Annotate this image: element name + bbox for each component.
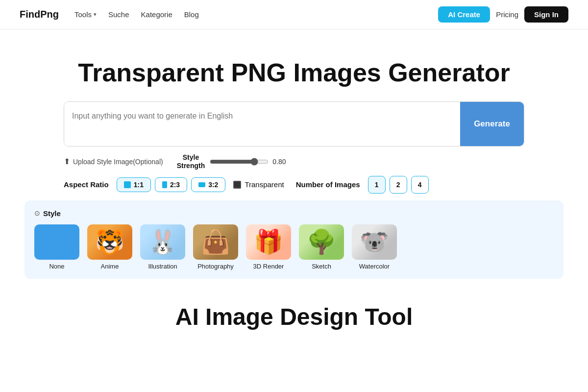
nav-suche[interactable]: Suche (108, 10, 129, 19)
style-panel-title: Style (43, 209, 61, 218)
nav-blog[interactable]: Blog (184, 10, 199, 19)
nav-links: Tools ▾ Suche Kategorie Blog (74, 10, 199, 19)
slider-container: 0.80 (210, 158, 286, 166)
style-item-3d-render[interactable]: 🎁 3D Render (246, 224, 291, 270)
style-watercolor-label: Watercolor (359, 263, 390, 270)
upload-style-button[interactable]: ⬆ Upload Style Image(Optional) (64, 157, 163, 166)
style-3d-render-image: 🎁 (246, 224, 291, 260)
transparent-checkbox (233, 181, 241, 189)
square-icon (124, 181, 131, 188)
style-3d-render-label: 3D Render (253, 263, 284, 270)
style-sketch-label: Sketch (312, 263, 331, 270)
style-anime-image: 🐯 (87, 224, 132, 260)
style-item-illustration[interactable]: 🐰 Illustration (140, 224, 185, 270)
hero-section: Transparent PNG Images Generator (0, 29, 588, 101)
style-item-photography[interactable]: 👜 Photography (193, 224, 238, 270)
style-panel-header: ⊙ Style (34, 209, 554, 218)
style-icon: ⊙ (34, 209, 40, 217)
style-strength-control: StyleStrength 0.80 (177, 153, 286, 170)
ai-design-section: AI Image Design Tool (0, 279, 588, 340)
aspect-2-3-button[interactable]: 2:3 (155, 177, 187, 192)
controls-row: ⬆ Upload Style Image(Optional) StyleStre… (44, 153, 544, 170)
style-item-none[interactable]: None (34, 224, 79, 270)
ai-design-title: AI Image Design Tool (20, 303, 568, 330)
aspect-3-2-button[interactable]: 3:2 (191, 177, 225, 192)
style-item-sketch[interactable]: 🌳 Sketch (299, 224, 344, 270)
nav-tools[interactable]: Tools ▾ (74, 10, 97, 19)
style-photography-label: Photography (197, 263, 234, 270)
style-watercolor-image: 🐨 (352, 224, 397, 260)
ai-create-button[interactable]: AI Create (438, 6, 490, 23)
style-strength-label: StyleStrength (177, 153, 205, 170)
num-images-buttons: 1 2 4 (368, 176, 429, 194)
aspect-ratio-buttons: 1:1 2:3 3:2 (117, 177, 226, 192)
input-row: Generate (64, 101, 524, 147)
nav-kategorie[interactable]: Kategorie (141, 10, 172, 19)
aspect-1-1-button[interactable]: 1:1 (117, 177, 151, 192)
style-panel: ⊙ Style None 🐯 Anime 🐰 Illustration 👜 (24, 200, 564, 279)
logo: FindPng (20, 9, 59, 20)
upload-icon: ⬆ (64, 157, 70, 166)
style-illustration-image: 🐰 (140, 224, 185, 260)
style-sketch-image: 🌳 (299, 224, 344, 260)
input-section: Generate (44, 101, 544, 147)
style-photography-image: 👜 (193, 224, 238, 260)
style-none-image (34, 224, 79, 260)
transparent-option[interactable]: Transparent (233, 180, 284, 189)
nav-right: AI Create Pricing Sign In (438, 6, 568, 23)
chevron-down-icon: ▾ (94, 11, 97, 18)
style-items-list: None 🐯 Anime 🐰 Illustration 👜 Photograph… (34, 224, 554, 270)
style-item-watercolor[interactable]: 🐨 Watercolor (352, 224, 397, 270)
generate-button[interactable]: Generate (460, 102, 524, 146)
style-none-label: None (49, 263, 64, 270)
num-4-button[interactable]: 4 (411, 176, 429, 194)
style-item-anime[interactable]: 🐯 Anime (87, 224, 132, 270)
nav-left: FindPng Tools ▾ Suche Kategorie Blog (20, 9, 199, 20)
tall-icon (162, 181, 167, 188)
num-images-label: Number of Images (296, 180, 360, 189)
style-anime-label: Anime (101, 263, 119, 270)
options-row: Aspect Ratio 1:1 2:3 3:2 Transparent Num… (44, 176, 544, 194)
num-1-button[interactable]: 1 (368, 176, 386, 194)
wide-icon (198, 182, 205, 187)
prompt-input[interactable] (64, 102, 460, 146)
aspect-ratio-label: Aspect Ratio (64, 180, 109, 189)
pricing-button[interactable]: Pricing (496, 10, 518, 19)
signin-button[interactable]: Sign In (524, 6, 568, 23)
style-strength-slider[interactable] (210, 158, 269, 166)
page-title: Transparent PNG Images Generator (20, 59, 568, 87)
style-illustration-label: Illustration (148, 263, 177, 270)
slider-value: 0.80 (272, 158, 286, 166)
num-2-button[interactable]: 2 (390, 176, 407, 194)
navbar: FindPng Tools ▾ Suche Kategorie Blog AI … (0, 0, 588, 29)
